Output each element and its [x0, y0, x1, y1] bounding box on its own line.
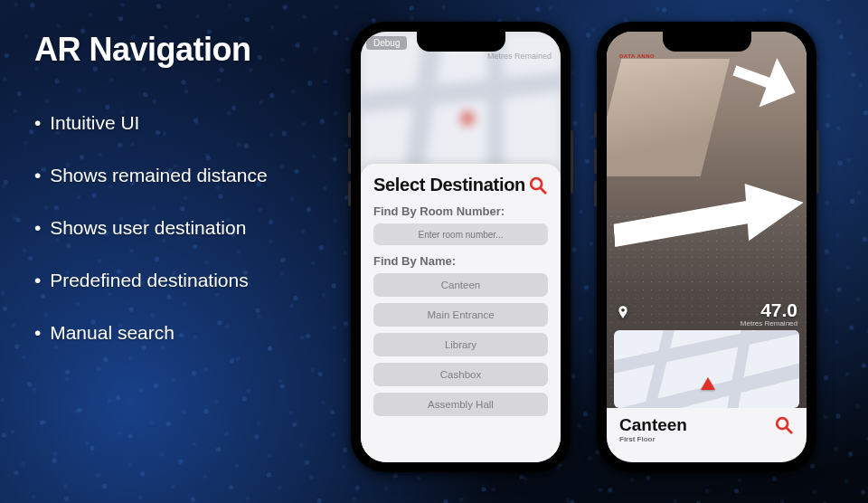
- phone-mockup-ar-view: DATA ANNO 47.0 Metres Remained Can: [597, 22, 816, 472]
- find-by-room-label: Find By Room Number:: [373, 204, 548, 218]
- metres-remained-label: Metres Remained: [487, 52, 552, 61]
- distance-units-label: Metres Remained: [741, 319, 797, 327]
- page-title: AR Navigation: [34, 31, 251, 69]
- distance-value: 47.0: [741, 299, 797, 321]
- user-heading-arrow-icon: [701, 377, 715, 390]
- minimap[interactable]: [614, 330, 799, 408]
- destination-button[interactable]: Cashbox: [373, 363, 548, 386]
- destination-button[interactable]: Canteen: [373, 273, 548, 297]
- room-number-input[interactable]: [373, 223, 548, 245]
- distance-readout: 47.0 Metres Remained: [741, 299, 797, 327]
- sheet-title: Select Destination: [373, 175, 525, 195]
- phone-notch: [663, 32, 751, 52]
- search-icon[interactable]: [774, 415, 794, 435]
- location-pin-icon[interactable]: [616, 305, 630, 319]
- find-by-name-label: Find By Name:: [373, 254, 548, 268]
- destination-button[interactable]: Main Entrance: [373, 303, 548, 327]
- list-item: Intuitive UI: [34, 112, 268, 134]
- list-item: Shows remained distance: [34, 165, 268, 186]
- destination-sheet: Select Destination Find By Room Number: …: [361, 164, 561, 462]
- list-item: Manual search: [34, 322, 268, 344]
- phone-mockup-select-destination: Debug Metres Remained Select Destination…: [351, 22, 571, 472]
- search-icon[interactable]: [528, 176, 548, 195]
- phone-notch: [417, 32, 505, 52]
- feature-list: Intuitive UI Shows remained distance Sho…: [34, 112, 268, 375]
- svg-line-3: [787, 428, 792, 433]
- phone-screen: Debug Metres Remained Select Destination…: [361, 32, 561, 462]
- destination-button[interactable]: Assembly Hall: [373, 393, 548, 416]
- destination-bar: Canteen First Floor: [607, 408, 807, 462]
- phone-screen: DATA ANNO 47.0 Metres Remained Can: [607, 32, 807, 462]
- debug-button[interactable]: Debug: [366, 36, 407, 50]
- ar-direction-arrow-icon: [725, 45, 804, 117]
- slide: AR Navigation Intuitive UI Shows remaine…: [0, 0, 868, 503]
- destination-subtitle: First Floor: [619, 435, 794, 443]
- svg-line-1: [541, 187, 546, 193]
- list-item: Predefined destinations: [34, 270, 268, 291]
- map-marker-icon: [462, 113, 473, 124]
- destination-name: Canteen: [619, 415, 687, 435]
- ar-wall: [607, 59, 730, 176]
- list-item: Shows user destination: [34, 217, 268, 239]
- destination-button[interactable]: Library: [373, 333, 548, 356]
- debug-overlay-label: DATA ANNO: [619, 53, 655, 59]
